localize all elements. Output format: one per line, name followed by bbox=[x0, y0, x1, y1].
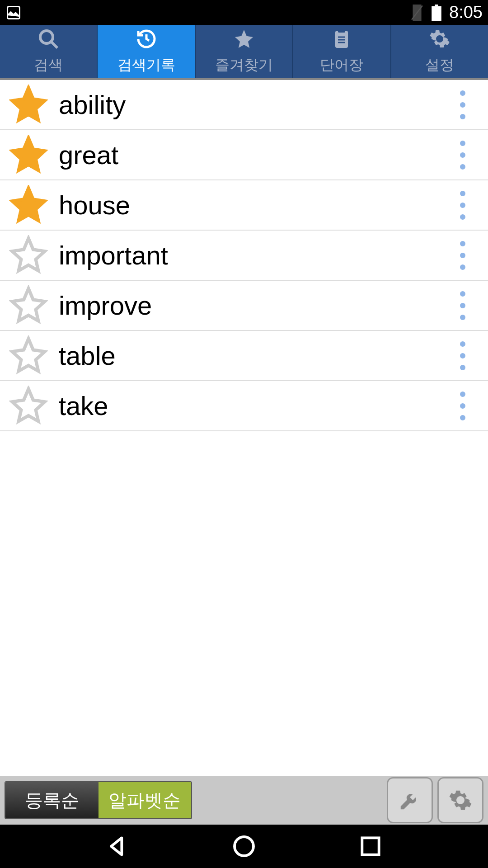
tab-search[interactable]: 검색 bbox=[0, 25, 98, 78]
item-menu-button[interactable] bbox=[460, 241, 479, 270]
tab-gear[interactable]: 설정 bbox=[391, 25, 488, 78]
tools-button[interactable] bbox=[387, 777, 433, 823]
dot-icon bbox=[460, 90, 465, 96]
svg-point-11 bbox=[235, 837, 253, 856]
star-icon bbox=[233, 28, 255, 52]
recent-apps-icon[interactable] bbox=[358, 834, 383, 859]
word-item[interactable]: improve bbox=[0, 281, 488, 331]
dot-icon bbox=[460, 392, 465, 397]
word-item[interactable]: ability bbox=[0, 80, 488, 130]
item-menu-button[interactable] bbox=[460, 191, 479, 220]
settings-button[interactable] bbox=[437, 777, 483, 823]
history-icon bbox=[136, 28, 157, 52]
word-item[interactable]: great bbox=[0, 130, 488, 180]
tab-label: 즐겨찾기 bbox=[215, 55, 273, 75]
wrench-icon bbox=[398, 788, 422, 812]
dot-icon bbox=[460, 415, 465, 420]
word-item[interactable]: house bbox=[0, 180, 488, 231]
word-item[interactable]: take bbox=[0, 381, 488, 431]
sort-by-alphabet-button[interactable]: 알파벳순 bbox=[99, 782, 192, 818]
content-area: ability great house important improve bbox=[0, 80, 488, 790]
svg-rect-7 bbox=[338, 29, 345, 33]
item-menu-button[interactable] bbox=[460, 341, 479, 370]
gear-icon bbox=[448, 788, 473, 812]
dot-icon bbox=[460, 403, 465, 409]
word-text: house bbox=[59, 190, 460, 220]
tab-bar: 검색검색기록즐겨찾기단어장설정 bbox=[0, 25, 488, 80]
favorite-star-icon[interactable] bbox=[9, 386, 59, 426]
dot-icon bbox=[460, 341, 465, 347]
tab-label: 단어장 bbox=[320, 55, 363, 75]
dot-icon bbox=[460, 365, 465, 370]
dot-icon bbox=[460, 315, 465, 320]
sort-toggle: 등록순 알파벳순 bbox=[5, 781, 192, 819]
tab-star[interactable]: 즐겨찾기 bbox=[196, 25, 293, 78]
sort-by-registration-button[interactable]: 등록순 bbox=[5, 782, 99, 818]
word-list: ability great house important improve bbox=[0, 80, 488, 431]
favorite-star-icon[interactable] bbox=[9, 235, 59, 276]
dot-icon bbox=[460, 141, 465, 146]
sim-icon bbox=[410, 5, 424, 21]
tab-label: 검색 bbox=[34, 55, 63, 75]
status-bar: 8:05 bbox=[0, 0, 488, 25]
favorite-star-icon[interactable] bbox=[9, 185, 59, 226]
svg-line-5 bbox=[51, 42, 57, 48]
dot-icon bbox=[460, 114, 465, 119]
word-item[interactable]: important bbox=[0, 231, 488, 281]
android-nav-bar bbox=[0, 825, 488, 868]
svg-rect-12 bbox=[362, 838, 379, 854]
search-icon bbox=[38, 28, 59, 52]
image-icon bbox=[5, 5, 22, 21]
bottom-toolbar: 등록순 알파벳순 bbox=[0, 776, 488, 825]
dot-icon bbox=[460, 291, 465, 297]
back-icon[interactable] bbox=[105, 834, 130, 859]
tab-label: 검색기록 bbox=[117, 55, 175, 75]
dot-icon bbox=[460, 241, 465, 246]
word-text: table bbox=[59, 340, 460, 371]
clock-text: 8:05 bbox=[449, 3, 483, 22]
gear-icon bbox=[429, 28, 450, 52]
svg-point-4 bbox=[40, 31, 53, 43]
word-item[interactable]: table bbox=[0, 331, 488, 381]
favorite-star-icon[interactable] bbox=[9, 85, 59, 125]
tab-label: 설정 bbox=[425, 55, 454, 75]
tab-clipboard[interactable]: 단어장 bbox=[293, 25, 391, 78]
dot-icon bbox=[460, 353, 465, 359]
dot-icon bbox=[460, 152, 465, 158]
word-text: great bbox=[59, 140, 460, 170]
item-menu-button[interactable] bbox=[460, 141, 479, 170]
item-menu-button[interactable] bbox=[460, 90, 479, 119]
dot-icon bbox=[460, 203, 465, 208]
dot-icon bbox=[460, 102, 465, 108]
tab-history[interactable]: 검색기록 bbox=[98, 25, 195, 78]
dot-icon bbox=[460, 303, 465, 308]
home-icon[interactable] bbox=[231, 834, 257, 859]
item-menu-button[interactable] bbox=[460, 291, 479, 320]
battery-icon bbox=[431, 5, 442, 21]
item-menu-button[interactable] bbox=[460, 392, 479, 420]
svg-rect-3 bbox=[435, 5, 438, 6]
dot-icon bbox=[460, 264, 465, 270]
svg-rect-2 bbox=[432, 6, 441, 20]
word-text: take bbox=[59, 391, 460, 421]
favorite-star-icon[interactable] bbox=[9, 335, 59, 376]
word-text: ability bbox=[59, 90, 460, 120]
clipboard-icon bbox=[331, 28, 352, 52]
dot-icon bbox=[460, 191, 465, 196]
favorite-star-icon[interactable] bbox=[9, 285, 59, 326]
dot-icon bbox=[460, 253, 465, 258]
word-text: important bbox=[59, 240, 460, 270]
dot-icon bbox=[460, 164, 465, 170]
favorite-star-icon[interactable] bbox=[9, 135, 59, 175]
word-text: improve bbox=[59, 290, 460, 321]
dot-icon bbox=[460, 214, 465, 220]
